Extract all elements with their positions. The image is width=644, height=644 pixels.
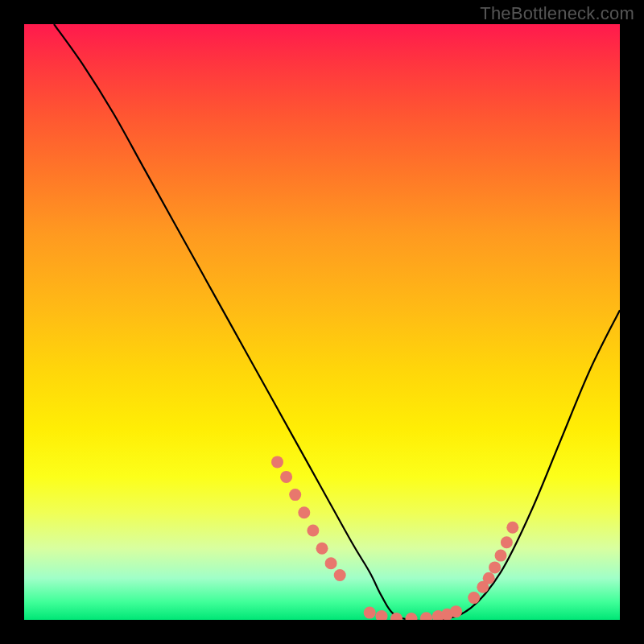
data-marker bbox=[364, 607, 376, 619]
data-marker bbox=[334, 569, 346, 581]
data-marker bbox=[289, 489, 301, 501]
marker-cluster-left bbox=[271, 456, 346, 581]
marker-cluster-bottom bbox=[364, 605, 462, 620]
data-marker bbox=[298, 506, 310, 518]
data-marker bbox=[406, 613, 418, 620]
data-marker bbox=[501, 536, 513, 548]
data-marker bbox=[468, 592, 480, 604]
bottleneck-curve bbox=[54, 24, 620, 620]
data-marker bbox=[483, 572, 495, 584]
data-marker bbox=[271, 456, 283, 468]
data-marker bbox=[489, 561, 501, 573]
data-marker bbox=[495, 550, 507, 562]
marker-cluster-right bbox=[468, 522, 518, 604]
chart-svg bbox=[24, 24, 620, 620]
data-marker bbox=[307, 525, 319, 537]
data-marker bbox=[280, 471, 292, 483]
data-marker bbox=[316, 543, 328, 555]
chart-area bbox=[24, 24, 620, 620]
watermark-label: TheBottleneck.com bbox=[480, 3, 634, 24]
data-marker bbox=[420, 612, 432, 620]
data-marker bbox=[506, 522, 518, 534]
data-marker bbox=[325, 557, 337, 569]
data-marker bbox=[376, 610, 388, 620]
data-marker bbox=[450, 605, 462, 617]
